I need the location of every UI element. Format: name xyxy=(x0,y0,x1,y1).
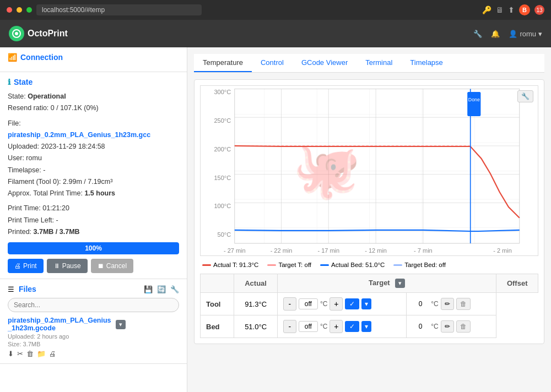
legend-actual-t: Actual T: 91.3°C xyxy=(202,262,258,268)
file-link[interactable]: pirateship_0.2mm_PLA_Genius _1h23m.gcode xyxy=(8,317,111,332)
state-file-name: pirateship_0.2mm_PLA_Genius_1h23m.gcc xyxy=(8,131,150,139)
user-dropdown-icon[interactable]: ▾ xyxy=(538,30,542,38)
connection-link[interactable]: Connection xyxy=(20,53,63,62)
filament-value: 2.99m / 7.19cm³ xyxy=(63,178,112,186)
print-time-left-value: - xyxy=(56,216,58,224)
timelapse-label: Timelapse: xyxy=(8,166,41,174)
print-time-section: Print Time: 01:21:20 Print Time Left: - … xyxy=(8,203,179,238)
tool-edit-button[interactable]: ✏ xyxy=(441,298,454,310)
temperature-chart: 300°C 250°C 200°C 150°C 100°C 50°C xyxy=(201,86,538,255)
bell-icon[interactable]: 🔔 xyxy=(491,30,500,38)
legend-label-target-bed: Target Bed: off xyxy=(404,262,446,268)
svg-point-1 xyxy=(15,32,18,35)
legend-color-actual-t xyxy=(202,264,211,266)
user-info[interactable]: 👤 romu ▾ xyxy=(509,30,542,38)
app-title: OctoPrint xyxy=(28,29,68,39)
main-layout: 📶 Connection ℹ State State: Operational … xyxy=(0,47,551,392)
file-expand-button[interactable]: ▾ xyxy=(116,320,126,329)
legend-color-target-t xyxy=(267,264,276,266)
resend-value: 0 / 107.1K (0%) xyxy=(51,104,99,112)
legend-target-bed: Target Bed: off xyxy=(393,262,446,268)
tab-terminal[interactable]: Terminal xyxy=(356,54,401,72)
temperature-table: Actual Target ▾ Offset Tool 91.3°C xyxy=(200,274,538,338)
file-item-name: pirateship_0.2mm_PLA_Genius _1h23m.gcode… xyxy=(8,317,179,332)
temp-table-header: Actual Target ▾ Offset xyxy=(201,274,538,293)
bed-target-dropdown-button[interactable]: ▾ xyxy=(361,321,371,332)
pause-button[interactable]: ⏸ Pause xyxy=(47,259,88,273)
trash-icon[interactable]: 🗑 xyxy=(26,350,34,358)
print-time-left-row: Print Time Left: - xyxy=(8,215,179,226)
bed-minus-button[interactable]: - xyxy=(283,320,296,333)
svg-text:- 17 min: - 17 min xyxy=(317,247,339,254)
signal-icon: 📶 xyxy=(8,53,17,62)
state-section: ℹ State State: Operational Resend ratio:… xyxy=(0,72,187,279)
tool-plus-button[interactable]: + xyxy=(329,297,343,311)
browser-url[interactable]: localhost:5000/#temp xyxy=(36,4,202,15)
uploaded-value: 2023-11-29 18:24:58 xyxy=(41,143,105,150)
user-row: User: romu xyxy=(8,153,179,164)
target-dropdown-button[interactable]: ▾ xyxy=(395,279,405,288)
file-item: pirateship_0.2mm_PLA_Genius _1h23m.gcode… xyxy=(8,317,179,358)
bed-label: Bed xyxy=(201,315,234,338)
user-label: User: xyxy=(8,154,24,162)
scissors-icon[interactable]: ✂ xyxy=(17,350,23,358)
cancel-button[interactable]: ⏹ Cancel xyxy=(91,259,133,273)
files-actions: 💾 🔄 🔧 xyxy=(144,285,179,293)
svg-text:50°C: 50°C xyxy=(218,231,231,238)
th-actual: Actual xyxy=(234,274,278,293)
refresh-icon[interactable]: 🔄 xyxy=(157,285,166,293)
user-icon: 👤 xyxy=(509,30,517,38)
tab-timelapse[interactable]: Timelapse xyxy=(401,54,451,72)
files-title: Files xyxy=(19,285,36,293)
bed-edit-button[interactable]: ✏ xyxy=(441,320,454,333)
upload-icon[interactable]: 💾 xyxy=(144,285,153,293)
tool-delete-button[interactable]: 🗑 xyxy=(456,298,471,310)
key-icon[interactable]: 🔑 xyxy=(482,6,491,14)
tool-label: Tool xyxy=(201,293,234,315)
tool-minus-button[interactable]: - xyxy=(283,297,296,311)
legend-color-actual-bed xyxy=(320,264,329,266)
logo-svg xyxy=(12,29,21,39)
print-file-icon[interactable]: 🖨 xyxy=(49,350,56,358)
settings-icon[interactable]: 🔧 xyxy=(473,30,482,38)
tab-gcode-viewer[interactable]: GCode Viewer xyxy=(293,54,356,72)
printed-value: 3.7MB / 3.7MB xyxy=(34,228,80,236)
svg-text:🐙: 🐙 xyxy=(293,138,361,203)
browser-icons: 🔑 🖥 ⬆ B 13 xyxy=(482,4,544,15)
content-area: Temperature Control GCode Viewer Termina… xyxy=(187,47,551,392)
printed-row: Printed: 3.7MB / 3.7MB xyxy=(8,226,179,238)
tool-offset-unit: °C xyxy=(431,300,438,308)
tool-confirm-button[interactable]: ✓ xyxy=(345,298,359,309)
state-status-value: Operational xyxy=(28,92,66,100)
monitor-icon[interactable]: 🖥 xyxy=(496,6,504,14)
bed-plus-button[interactable]: + xyxy=(329,320,343,333)
bed-offset-control: 0 °C ✏ 🗑 xyxy=(407,315,496,338)
total-time-value: 1.5 hours xyxy=(84,189,115,197)
share-icon[interactable]: ⬆ xyxy=(508,6,515,14)
settings-files-icon[interactable]: 🔧 xyxy=(170,285,179,293)
resend-label: Resend ratio: xyxy=(8,104,48,112)
file-row: File: xyxy=(8,118,179,129)
tool-target-value: off xyxy=(299,298,318,309)
print-time-left-label: Print Time Left: xyxy=(8,216,54,224)
tab-temperature[interactable]: Temperature xyxy=(194,54,252,72)
notification-badge[interactable]: 13 xyxy=(534,5,544,15)
brave-icon[interactable]: B xyxy=(519,4,530,15)
chart-settings-button[interactable]: 🔧 xyxy=(517,90,533,102)
th-name xyxy=(201,274,234,293)
tool-target-dropdown-button[interactable]: ▾ xyxy=(361,298,371,309)
tab-control[interactable]: Control xyxy=(252,54,293,72)
svg-text:- 27 min: - 27 min xyxy=(224,247,246,254)
total-time-row: Approx. Total Print Time: 1.5 hours xyxy=(8,188,179,199)
resend-row: Resend ratio: 0 / 107.1K (0%) xyxy=(8,102,179,114)
folder-icon[interactable]: 📁 xyxy=(37,350,46,358)
search-input[interactable] xyxy=(8,298,179,312)
svg-rect-26 xyxy=(467,92,480,116)
print-button[interactable]: 🖨 Print xyxy=(8,259,44,273)
bed-delete-button[interactable]: 🗑 xyxy=(456,320,471,333)
bed-confirm-button[interactable]: ✓ xyxy=(345,321,359,332)
uploaded-row: Uploaded: 2023-11-29 18:24:58 xyxy=(8,141,179,153)
download-file-icon[interactable]: ⬇ xyxy=(8,350,14,358)
chart-legend: Actual T: 91.3°C Target T: off Actual Be… xyxy=(200,262,538,268)
th-target: Target ▾ xyxy=(277,274,496,293)
